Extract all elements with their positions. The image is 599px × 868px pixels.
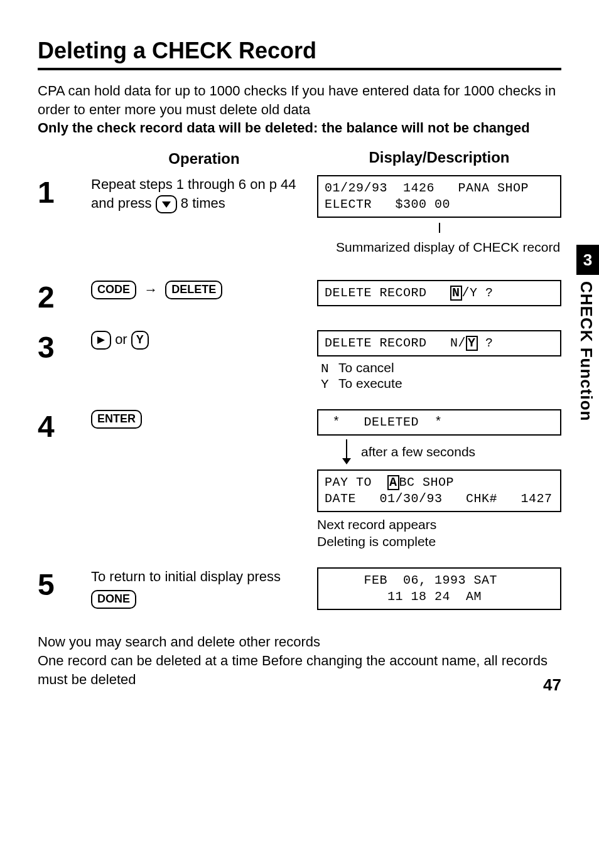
down-key-icon xyxy=(156,195,177,214)
y-key: Y xyxy=(131,331,149,350)
step-number: 2 xyxy=(38,280,91,313)
code-key: CODE xyxy=(91,281,136,299)
step-number: 4 xyxy=(38,409,91,442)
step-number: 5 xyxy=(38,567,91,600)
header-operation: Operation xyxy=(91,149,317,169)
or-text: or xyxy=(115,331,131,347)
ny-legend: NTo cancel YTo execute xyxy=(321,360,561,392)
intro-bold: Only the check record data will be delet… xyxy=(38,120,530,136)
intro-line1: CPA can hold data for up to 1000 checks … xyxy=(38,83,556,117)
highlighted-n-icon: N xyxy=(450,286,462,301)
highlighted-a-icon: A xyxy=(387,475,399,490)
lcd-step2: DELETE RECORD N/Y ? xyxy=(317,280,561,306)
connector-icon xyxy=(317,222,561,236)
step-number: 3 xyxy=(38,330,91,363)
delete-key: DELETE xyxy=(165,281,222,299)
side-tab: 3 CHECK Function xyxy=(576,245,599,421)
lcd-step5: FEB 06, 1993 SAT 11 18 24 AM xyxy=(317,567,561,610)
lcd-step4a: * DELETED * xyxy=(317,409,561,436)
page-title: Deleting a CHECK Record xyxy=(38,38,561,70)
svg-marker-0 xyxy=(162,201,171,208)
step1-op-b: 8 times xyxy=(177,195,225,211)
step1-note: Summarized display of CHECK record xyxy=(336,238,561,255)
highlighted-y-icon: Y xyxy=(466,336,478,351)
intro-text: CPA can hold data for up to 1000 checks … xyxy=(38,82,561,137)
step-4: 4 ENTER * DELETED * after a few seconds … xyxy=(38,409,561,550)
page-number: 47 xyxy=(543,675,561,695)
lcd-step3: DELETE RECORD N/Y ? xyxy=(317,330,561,356)
enter-key: ENTER xyxy=(91,410,142,429)
step-1: 1 Repeat steps 1 through 6 on p 44 and p… xyxy=(38,175,561,262)
footer-note: Now you may search and delete other reco… xyxy=(38,633,561,689)
lcd-step1: 01/29/93 1426 PANA SHOP ELECTR $300 00 xyxy=(317,175,561,218)
done-key: DONE xyxy=(91,590,136,609)
svg-marker-2 xyxy=(97,336,105,344)
tab-number: 3 xyxy=(576,245,599,275)
step-2: 2 CODE → DELETE DELETE RECORD N/Y ? xyxy=(38,280,561,313)
down-arrow-icon xyxy=(342,439,351,464)
step5-op: To return to initial display press xyxy=(91,569,281,584)
right-key-icon xyxy=(91,331,111,350)
header-display: Display/Description xyxy=(317,149,561,169)
arrow-right-icon: → xyxy=(144,281,158,299)
step4-note: Next record appears Deleting is complete xyxy=(317,516,561,550)
step-5: 5 To return to initial display press DON… xyxy=(38,567,561,614)
after-text: after a few seconds xyxy=(361,444,475,459)
tab-label: CHECK Function xyxy=(576,281,596,421)
step-number: 1 xyxy=(38,175,91,208)
step-3: 3 or Y DELETE RECORD N/Y ? NTo cancel YT… xyxy=(38,330,561,392)
lcd-step4b: PAY TO ABC SHOP DATE 01/30/93 CHK# 1427 xyxy=(317,469,561,512)
svg-marker-4 xyxy=(342,458,351,464)
